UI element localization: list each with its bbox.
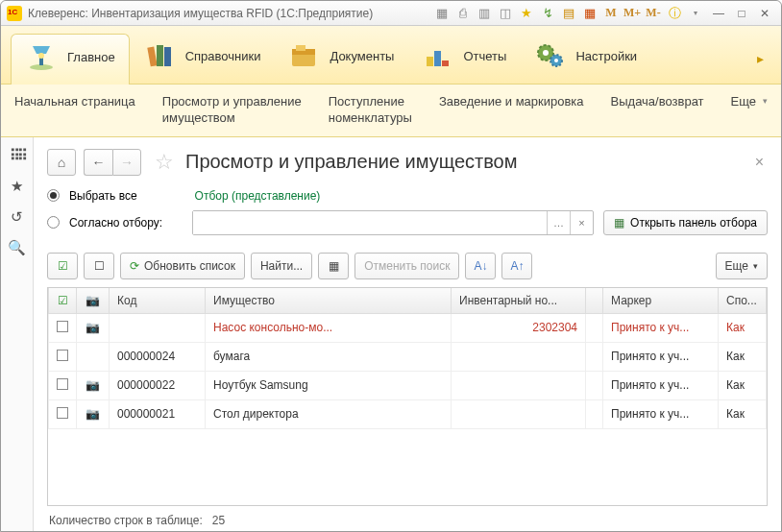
row-method: Как (719, 399, 767, 428)
tab-main-label: Главное (67, 50, 115, 64)
toolbar-calendar-icon[interactable]: ▦ (581, 5, 599, 22)
col-code[interactable]: Код (110, 288, 206, 314)
filter-representation-link[interactable]: Отбор (представление) (195, 189, 321, 203)
nav-back-button[interactable]: ← (84, 149, 112, 176)
col-marker[interactable]: Маркер (603, 288, 719, 314)
chevron-down-icon: ▾ (753, 261, 758, 271)
toolbar-save-icon[interactable]: ▦ (433, 5, 451, 22)
open-filter-panel-button[interactable]: ▦ Открыть панель отбора (603, 210, 768, 235)
row-sep (586, 371, 603, 399)
nav-forward-button[interactable]: → (112, 149, 141, 176)
filter-panel-icon: ▦ (614, 216, 624, 230)
toolbar-calc-icon[interactable]: ▤ (560, 5, 577, 22)
row-photo-cell[interactable]: 📷 (77, 313, 110, 342)
filter-clear-button[interactable]: × (570, 211, 593, 234)
svg-rect-5 (164, 47, 171, 66)
row-checkbox[interactable] (57, 378, 68, 390)
subnav-issue[interactable]: Выдача/возврат (611, 94, 704, 110)
table-row[interactable]: 000000024бумагаПринято к уч...Как (49, 342, 767, 371)
row-name: Ноутбук Samsung (206, 371, 452, 399)
subnav-create[interactable]: Заведение и маркировка (439, 94, 584, 110)
row-photo-cell[interactable]: 📷 (77, 371, 110, 399)
refresh-button[interactable]: ⟳ Обновить список (120, 253, 245, 279)
toolbar-m-icon[interactable]: M (602, 5, 620, 22)
toolbar-compare-icon[interactable]: ◫ (497, 5, 514, 22)
home-button[interactable]: ⌂ (47, 149, 76, 176)
tabs-more-icon[interactable]: ▸ (749, 51, 771, 66)
table-row[interactable]: 📷000000022Ноутбук SamsungПринято к уч...… (49, 371, 767, 399)
radio-select-all[interactable] (47, 189, 60, 202)
footer-label: Количество строк в таблице: (49, 514, 203, 527)
col-photo[interactable]: 📷 (77, 288, 110, 314)
toolbar-print-icon[interactable]: ⎙ (454, 5, 472, 22)
subnav-receipt[interactable]: Поступление номенклатуры (329, 94, 412, 127)
tab-references[interactable]: Справочники (130, 34, 275, 84)
favorites-icon[interactable]: ★ (9, 178, 26, 195)
tab-reports[interactable]: Отчеты (407, 34, 520, 84)
favorite-toggle-icon[interactable]: ☆ (155, 150, 174, 175)
row-inventory (452, 399, 586, 428)
row-marker: Принято к уч... (603, 313, 719, 342)
filter-more-button[interactable]: … (547, 211, 570, 234)
tab-main[interactable]: Главное (11, 34, 130, 85)
table-row[interactable]: 📷000000021Стол директораПринято к уч...К… (49, 399, 767, 428)
page-title: Просмотр и управление имуществом (185, 151, 518, 173)
toolbar-fav-icon[interactable]: ★ (518, 5, 535, 22)
toolbar-mplus-icon[interactable]: M+ (623, 5, 641, 22)
sort-desc-button[interactable]: A↑ (501, 253, 532, 279)
col-name[interactable]: Имущество (206, 288, 452, 314)
history-icon[interactable]: ↺ (9, 208, 26, 226)
titlebar: Клеверенс: Инвентаризация имущества RFID… (1, 1, 781, 26)
grid-settings-button[interactable]: ▦ (318, 253, 349, 279)
svg-rect-11 (442, 60, 449, 66)
find-label: Найти... (260, 259, 303, 273)
subnav-browse[interactable]: Просмотр и управление имуществом (162, 94, 302, 127)
window-minimize-button[interactable]: — (708, 5, 729, 22)
books-icon (143, 41, 176, 70)
window-close-button[interactable]: ✕ (754, 5, 775, 22)
col-inventory[interactable]: Инвентарный но... (452, 288, 586, 314)
col-checkbox[interactable]: ☑ (49, 288, 77, 314)
find-button[interactable]: Найти... (251, 253, 312, 279)
row-photo-cell[interactable]: 📷 (77, 399, 110, 428)
page-close-button[interactable]: × (751, 154, 768, 171)
sort-asc-button[interactable]: A↓ (465, 253, 496, 279)
row-code (110, 313, 206, 342)
svg-point-15 (554, 59, 558, 62)
filter-input[interactable] (193, 211, 547, 234)
subnav-more[interactable]: Еще (731, 94, 768, 109)
refresh-icon: ⟳ (130, 259, 139, 273)
row-marker: Принято к уч... (603, 371, 719, 399)
toolbar-link-icon[interactable]: ↯ (539, 5, 556, 22)
row-inventory (452, 371, 586, 399)
subnav: Начальная страница Просмотр и управление… (1, 85, 781, 137)
toolbar-dropdown-icon[interactable]: ▾ (687, 5, 704, 22)
more-actions-button[interactable]: Еще ▾ (716, 253, 768, 279)
content-area: ⌂ ← → ☆ Просмотр и управление имуществом… (34, 137, 781, 532)
search-icon[interactable]: 🔍 (9, 239, 26, 256)
apps-icon[interactable]: ⠿⠿ (9, 147, 26, 164)
table-row[interactable]: 📷Насос консольно-мо...2302304Принято к у… (49, 313, 767, 342)
app-logo-icon (7, 6, 22, 21)
row-marker: Принято к уч... (603, 399, 719, 428)
subnav-home[interactable]: Начальная страница (14, 94, 135, 110)
cancel-search-button[interactable]: Отменить поиск (354, 253, 459, 279)
toolbar-mminus-icon[interactable]: M- (645, 5, 662, 22)
svg-point-13 (543, 50, 549, 56)
window-maximize-button[interactable]: □ (731, 5, 752, 22)
cancel-search-label: Отменить поиск (364, 259, 450, 273)
data-grid[interactable]: ☑ 📷 Код Имущество Инвентарный но... Марк… (47, 287, 768, 506)
row-sep (586, 399, 603, 428)
row-checkbox[interactable] (57, 321, 68, 332)
row-photo-cell[interactable] (77, 342, 110, 371)
row-checkbox[interactable] (57, 407, 68, 419)
toolbar-info-icon[interactable]: ⓘ (666, 5, 683, 22)
check-all-button[interactable]: ☑ (47, 253, 78, 279)
row-checkbox[interactable] (57, 350, 68, 361)
tab-documents[interactable]: Документы (274, 34, 407, 84)
tab-settings[interactable]: Настройки (520, 34, 650, 84)
toolbar-doc-icon[interactable]: ▥ (476, 5, 493, 22)
col-method[interactable]: Спо... (719, 288, 767, 314)
radio-by-filter[interactable] (47, 216, 60, 229)
uncheck-all-button[interactable]: ☐ (84, 253, 114, 279)
